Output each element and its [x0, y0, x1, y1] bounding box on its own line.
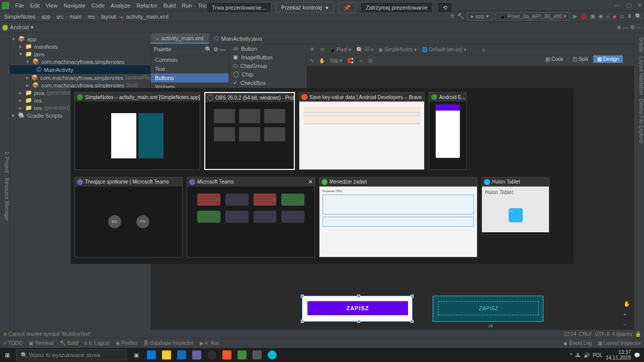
coverage-icon[interactable]: ▣: [590, 13, 595, 20]
comp-button[interactable]: ▭ Button: [229, 44, 306, 53]
alttab-teams[interactable]: Microsoft Teams✕: [187, 177, 315, 257]
crumb-res[interactable]: res: [86, 14, 97, 20]
crumb-app[interactable]: app: [39, 14, 52, 20]
tw-run[interactable]: ▶ 4: Run: [200, 340, 220, 346]
taskbar-obs[interactable]: [204, 348, 219, 362]
device-pixel-dropdown[interactable]: 📱 Pixel ▾: [329, 47, 351, 52]
crumb-src[interactable]: src: [54, 14, 66, 20]
lock-icon[interactable]: 🔒: [635, 331, 641, 337]
hammer-icon[interactable]: 🔨: [457, 13, 464, 20]
alttab-obs[interactable]: OBS 26.0.2 (64-bit, windows) - Profile:.…: [204, 92, 295, 170]
alttab-androidstudio[interactable]: SimpleNotes – activity_main.xml [SimpleN…: [74, 92, 200, 170]
alttab-taskmgr[interactable]: Menedżer zadań Procesor CPU: [319, 177, 477, 257]
magnet-icon[interactable]: 🧲: [347, 58, 353, 63]
tw-logcat[interactable]: ≡ 6: Logcat: [85, 340, 110, 346]
run-icon[interactable]: ▶: [573, 13, 577, 20]
zoom-in-icon[interactable]: +: [623, 311, 631, 317]
viewmode-code[interactable]: ▤ Code: [541, 55, 568, 63]
start-button[interactable]: ⊞: [0, 348, 14, 362]
tab-layout-xml[interactable]: ⬥activity_main.xml: [151, 33, 209, 44]
blueprint-button-zapisz[interactable]: ZAPISZ: [438, 301, 539, 315]
tray-volume-icon[interactable]: 🔊: [584, 352, 590, 358]
menu-analyze[interactable]: Analyze: [108, 3, 133, 9]
tree-pkg-androidtest[interactable]: ▸📦 com.machinacyfrowa.simplenotes (andro…: [10, 74, 150, 81]
tab-mainactivity-java[interactable]: ⒸMainActivity.java: [209, 33, 267, 44]
system-tray[interactable]: ^ 🖧 🔊 POL 13:37 14.11.2020 💬: [566, 349, 644, 360]
zoom-out-icon[interactable]: −: [623, 321, 631, 327]
align-icon[interactable]: ↔: [358, 58, 363, 63]
attach-icon[interactable]: ⎆: [606, 14, 610, 20]
sdk-icon[interactable]: ⬇: [627, 13, 632, 20]
indent[interactable]: 4 spaces: [612, 331, 632, 337]
notifications-icon[interactable]: 💬: [634, 352, 640, 358]
palette-cat-buttons[interactable]: Buttons: [151, 73, 228, 82]
taskbar-brave[interactable]: [219, 348, 234, 362]
design-preview[interactable]: ZAPISZ: [302, 296, 413, 322]
tree-pkg-main[interactable]: ▾📦 com.machinacyfrowa.simplenotes: [10, 58, 150, 65]
taskbar-app1[interactable]: [250, 348, 265, 362]
minimize-icon[interactable]: —: [615, 2, 620, 9]
tree-app[interactable]: ▾📦 app: [10, 35, 150, 43]
device-dropdown[interactable]: 📱 Pixel_3a_API_30_x86 ▾: [496, 12, 570, 21]
viewmode-split[interactable]: ◫ Split: [569, 55, 592, 63]
tw-profiler[interactable]: ◉ Profiler: [116, 340, 137, 346]
comp-chipgroup[interactable]: ⬭ ChipGroup: [229, 61, 306, 70]
run-config-dropdown[interactable]: ▸ app ▾: [467, 12, 493, 21]
crumb-file[interactable]: activity_main.xml: [124, 14, 171, 20]
tray-network-icon[interactable]: 🖧: [576, 352, 581, 358]
menu-refactor[interactable]: Refactor: [133, 3, 160, 9]
menu-file[interactable]: File: [12, 3, 27, 9]
tray-lang[interactable]: POL: [593, 352, 603, 358]
refresh-icon[interactable]: ⟲: [437, 2, 453, 13]
taskbar-mail[interactable]: [174, 348, 189, 362]
line-ending[interactable]: CRLF: [579, 331, 592, 337]
stop-icon[interactable]: ■: [613, 14, 616, 20]
dp-dropdown[interactable]: 0dp ▾: [330, 58, 342, 63]
tree-mainactivity[interactable]: Ⓒ MainActivity: [10, 65, 150, 74]
api-dropdown[interactable]: 🍭 30 ▾: [356, 47, 373, 52]
sync-icon[interactable]: ⟲: [450, 13, 454, 20]
avd-icon[interactable]: ▭: [619, 13, 624, 20]
menu-view[interactable]: View: [43, 3, 61, 9]
taskview-icon[interactable]: ▣: [129, 348, 144, 362]
handover-dropdown[interactable]: Przekaż kontrolę ▾: [276, 2, 334, 13]
guideline-icon[interactable]: ⊟: [368, 58, 372, 63]
debug-icon[interactable]: 🐞: [580, 13, 587, 20]
left-toolwindow-bar[interactable]: 1: Project Resource Manager: [0, 33, 10, 335]
viewmode-design[interactable]: ▦ Design: [593, 55, 623, 63]
taskbar-search[interactable]: 🔍 Wpisz tu wyszukiwane słowa: [16, 349, 127, 360]
alttab-teams-meeting[interactable]: Trwające spotkanie | Microsoft Teams BGP…: [74, 177, 183, 257]
menu-build[interactable]: Build: [160, 3, 179, 9]
menu-code[interactable]: Code: [89, 3, 108, 9]
locale-dropdown[interactable]: 🌐 Default (en-us) ▾: [422, 47, 466, 52]
tw-terminal[interactable]: ▣ Terminal: [29, 340, 53, 346]
comp-checkbox[interactable]: ✓ CheckBox: [229, 78, 306, 87]
tree-manifests[interactable]: ▸📁 manifests: [10, 43, 150, 50]
stop-presenting-button[interactable]: Zatrzymaj prezentowanie: [360, 2, 433, 13]
warning-icon[interactable]: ⚠: [481, 47, 486, 52]
search-icon[interactable]: 🔍: [635, 13, 642, 20]
tw-todo[interactable]: ✓ TODO: [3, 340, 23, 346]
eye-icon[interactable]: 👁: [310, 47, 315, 52]
taskbar-app2[interactable]: [265, 348, 280, 362]
blueprint-preview[interactable]: ZAPISZ 16: [433, 296, 543, 322]
tw-layoutinspector[interactable]: ▦ Layout Inspector: [598, 340, 641, 346]
crumb-project[interactable]: SimpleNotes: [2, 14, 37, 20]
menu-navigate[interactable]: Navigate: [60, 3, 88, 9]
comp-chip[interactable]: ◯ Chip: [229, 70, 306, 78]
theme-dropdown[interactable]: ◉ SimpleNotes ▾: [378, 47, 417, 52]
project-settings-icon[interactable]: ⊕ — ⚙ —: [617, 24, 642, 31]
taskbar-clock[interactable]: 13:37 14.11.2020: [606, 349, 631, 360]
menu-edit[interactable]: Edit: [27, 3, 43, 9]
comp-imagebutton[interactable]: ▣ ImageButton: [229, 53, 306, 61]
tray-chevron-icon[interactable]: ^: [570, 352, 573, 358]
taskbar-explorer[interactable]: [159, 348, 174, 362]
preview-button-zapisz[interactable]: ZAPISZ: [307, 301, 408, 315]
palette-cat-common[interactable]: Common: [151, 55, 228, 64]
project-view-dropdown[interactable]: Android ▾: [10, 24, 34, 31]
crumb-main[interactable]: main: [67, 14, 84, 20]
menu-run[interactable]: Run: [179, 3, 195, 9]
tw-dbinspector[interactable]: 🗄 Database Inspector: [143, 340, 194, 346]
alttab-emulator[interactable]: Android E...: [429, 92, 466, 170]
palette-search-icon[interactable]: 🔍 ⚙ —: [205, 46, 225, 53]
